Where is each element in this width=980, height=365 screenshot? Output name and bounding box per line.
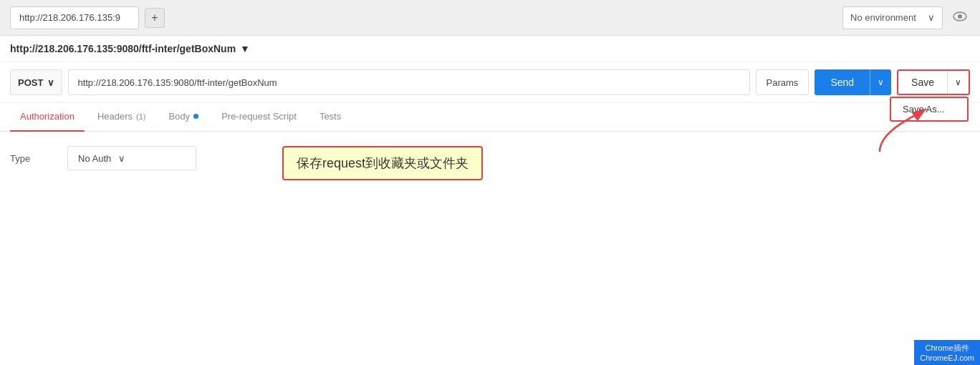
eye-button[interactable] [950,9,970,27]
request-bar: POST ∨ Params Send ∨ Save ∨ [0,62,980,103]
send-label: Send [830,77,854,88]
env-chevron-icon: ∨ [928,12,935,23]
method-label: POST [18,77,43,88]
svg-point-1 [958,14,962,19]
content-area: Type No Auth ∨ 保存request到收藏夹或文件夹 [0,132,980,365]
params-label: Params [767,77,799,88]
type-row: Type No Auth ∨ [10,146,196,170]
top-bar-left: http://218.206.176.135:9 + [10,6,165,29]
method-select[interactable]: POST ∨ [10,69,62,95]
save-dropdown-menu: Save As... [890,97,969,122]
callout-annotation: 保存request到收藏夹或文件夹 [282,146,483,180]
send-button-group: Send ∨ [815,69,891,95]
tabs-bar: Authorization Headers (1) Body Pre-reque… [0,103,980,132]
tab-authorization[interactable]: Authorization [10,103,85,132]
url-display-text: http://218.206.176.135:9080/ftf-inter/ge… [10,43,236,54]
url-chevron-icon: ▼ [240,43,250,54]
top-bar-right: No environment ∨ [842,6,970,29]
environment-dropdown[interactable]: No environment ∨ [842,6,943,29]
tab-pre-request-label: Pre-request Script [221,111,297,122]
add-tab-icon: + [151,11,158,24]
params-button[interactable]: Params [756,69,810,95]
tab-pre-request[interactable]: Pre-request Script [211,103,307,132]
url-tab-text: http://218.206.176.135:9 [19,12,120,23]
type-select[interactable]: No Auth ∨ [67,146,196,170]
tab-body-dot [193,114,198,119]
top-bar: http://218.206.176.135:9 + No environmen… [0,0,980,36]
chrome-badge-line2: ChromeEJ.com [920,354,974,362]
save-as-menu-item[interactable]: Save As... [891,98,967,120]
save-dropdown-button[interactable]: ∨ [947,71,969,94]
type-chevron-icon: ∨ [118,153,125,164]
tab-tests-label: Tests [320,111,341,122]
type-value: No Auth [78,153,111,164]
save-button-group: Save ∨ Save As... [897,69,970,95]
save-button[interactable]: Save [898,71,947,94]
tab-body-label: Body [168,111,190,122]
save-chevron-icon: ∨ [955,77,961,87]
chrome-badge-line1: Chrome插件 [926,343,969,354]
tab-headers-badge: (1) [136,112,145,121]
send-button[interactable]: Send [815,69,870,95]
request-url-input[interactable] [68,69,749,95]
app-container: http://218.206.176.135:9 + No environmen… [0,0,980,365]
send-chevron-icon: ∨ [878,77,884,87]
send-dropdown-button[interactable]: ∨ [870,69,891,95]
tab-authorization-label: Authorization [20,111,75,122]
tab-tests[interactable]: Tests [309,103,351,132]
url-display: http://218.206.176.135:9080/ftf-inter/ge… [10,43,970,54]
callout-text: 保存request到收藏夹或文件夹 [297,156,469,170]
url-tab[interactable]: http://218.206.176.135:9 [10,6,139,29]
chrome-badge: Chrome插件 ChromeEJ.com [914,340,980,365]
save-as-label: Save As... [903,104,945,115]
env-dropdown-label: No environment [850,12,916,23]
type-field-label: Type [10,153,53,164]
add-tab-button[interactable]: + [145,8,165,28]
url-bar: http://218.206.176.135:9080/ftf-inter/ge… [0,36,980,62]
tab-body[interactable]: Body [158,103,208,132]
tab-headers[interactable]: Headers (1) [87,103,156,132]
tab-headers-label: Headers [97,111,133,122]
save-label: Save [911,77,934,88]
method-chevron-icon: ∨ [47,77,54,88]
